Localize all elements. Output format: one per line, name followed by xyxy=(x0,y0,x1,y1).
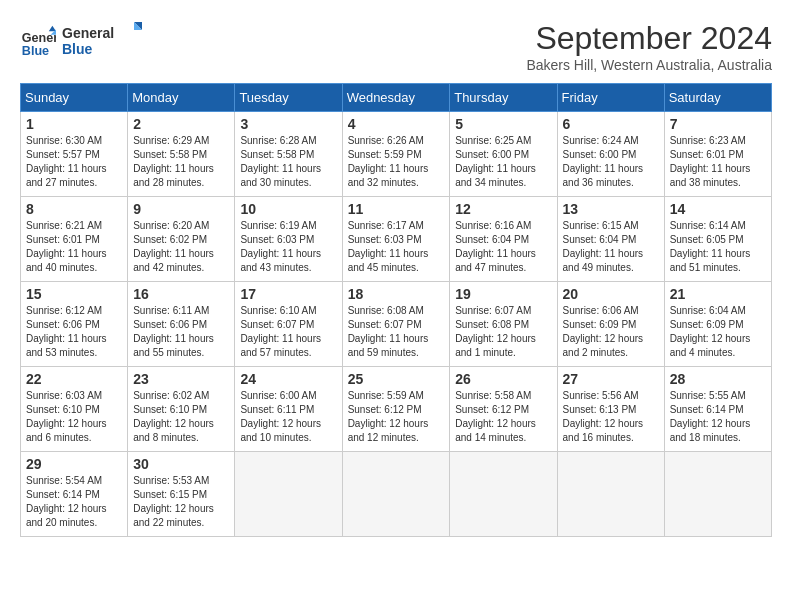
calendar-day-cell: 11Sunrise: 6:17 AMSunset: 6:03 PMDayligh… xyxy=(342,197,450,282)
calendar-day-cell: 7Sunrise: 6:23 AMSunset: 6:01 PMDaylight… xyxy=(664,112,771,197)
calendar-week-row: 22Sunrise: 6:03 AMSunset: 6:10 PMDayligh… xyxy=(21,367,772,452)
calendar-day-cell: 27Sunrise: 5:56 AMSunset: 6:13 PMDayligh… xyxy=(557,367,664,452)
calendar-week-row: 1Sunrise: 6:30 AMSunset: 5:57 PMDaylight… xyxy=(21,112,772,197)
day-number: 9 xyxy=(133,201,229,217)
calendar-day-cell: 13Sunrise: 6:15 AMSunset: 6:04 PMDayligh… xyxy=(557,197,664,282)
day-number: 30 xyxy=(133,456,229,472)
calendar-day-cell: 23Sunrise: 6:02 AMSunset: 6:10 PMDayligh… xyxy=(128,367,235,452)
day-info: Sunrise: 5:56 AMSunset: 6:13 PMDaylight:… xyxy=(563,389,659,445)
day-number: 10 xyxy=(240,201,336,217)
day-info: Sunrise: 5:55 AMSunset: 6:14 PMDaylight:… xyxy=(670,389,766,445)
day-number: 8 xyxy=(26,201,122,217)
calendar-day-cell: 26Sunrise: 5:58 AMSunset: 6:12 PMDayligh… xyxy=(450,367,557,452)
day-number: 3 xyxy=(240,116,336,132)
day-number: 27 xyxy=(563,371,659,387)
day-info: Sunrise: 6:03 AMSunset: 6:10 PMDaylight:… xyxy=(26,389,122,445)
day-number: 20 xyxy=(563,286,659,302)
day-number: 23 xyxy=(133,371,229,387)
calendar-header-row: SundayMondayTuesdayWednesdayThursdayFrid… xyxy=(21,84,772,112)
day-number: 17 xyxy=(240,286,336,302)
day-number: 19 xyxy=(455,286,551,302)
day-info: Sunrise: 5:54 AMSunset: 6:14 PMDaylight:… xyxy=(26,474,122,530)
calendar-week-row: 8Sunrise: 6:21 AMSunset: 6:01 PMDaylight… xyxy=(21,197,772,282)
day-info: Sunrise: 6:14 AMSunset: 6:05 PMDaylight:… xyxy=(670,219,766,275)
calendar-day-cell: 22Sunrise: 6:03 AMSunset: 6:10 PMDayligh… xyxy=(21,367,128,452)
calendar-day-cell: 3Sunrise: 6:28 AMSunset: 5:58 PMDaylight… xyxy=(235,112,342,197)
day-number: 6 xyxy=(563,116,659,132)
calendar-day-cell xyxy=(664,452,771,537)
calendar-day-cell: 24Sunrise: 6:00 AMSunset: 6:11 PMDayligh… xyxy=(235,367,342,452)
calendar-day-cell: 28Sunrise: 5:55 AMSunset: 6:14 PMDayligh… xyxy=(664,367,771,452)
calendar-day-cell: 30Sunrise: 5:53 AMSunset: 6:15 PMDayligh… xyxy=(128,452,235,537)
day-info: Sunrise: 6:23 AMSunset: 6:01 PMDaylight:… xyxy=(670,134,766,190)
calendar-day-cell: 10Sunrise: 6:19 AMSunset: 6:03 PMDayligh… xyxy=(235,197,342,282)
col-header-saturday: Saturday xyxy=(664,84,771,112)
day-number: 25 xyxy=(348,371,445,387)
calendar-day-cell: 18Sunrise: 6:08 AMSunset: 6:07 PMDayligh… xyxy=(342,282,450,367)
svg-text:Blue: Blue xyxy=(62,41,93,57)
calendar-day-cell xyxy=(342,452,450,537)
day-info: Sunrise: 6:00 AMSunset: 6:11 PMDaylight:… xyxy=(240,389,336,445)
day-info: Sunrise: 6:30 AMSunset: 5:57 PMDaylight:… xyxy=(26,134,122,190)
day-number: 15 xyxy=(26,286,122,302)
calendar-day-cell: 17Sunrise: 6:10 AMSunset: 6:07 PMDayligh… xyxy=(235,282,342,367)
calendar-day-cell xyxy=(450,452,557,537)
day-number: 16 xyxy=(133,286,229,302)
logo: General Blue General Blue xyxy=(20,20,142,64)
day-info: Sunrise: 6:15 AMSunset: 6:04 PMDaylight:… xyxy=(563,219,659,275)
calendar-day-cell: 21Sunrise: 6:04 AMSunset: 6:09 PMDayligh… xyxy=(664,282,771,367)
calendar-day-cell xyxy=(235,452,342,537)
day-info: Sunrise: 6:29 AMSunset: 5:58 PMDaylight:… xyxy=(133,134,229,190)
calendar-week-row: 29Sunrise: 5:54 AMSunset: 6:14 PMDayligh… xyxy=(21,452,772,537)
day-info: Sunrise: 6:12 AMSunset: 6:06 PMDaylight:… xyxy=(26,304,122,360)
col-header-monday: Monday xyxy=(128,84,235,112)
calendar-day-cell: 12Sunrise: 6:16 AMSunset: 6:04 PMDayligh… xyxy=(450,197,557,282)
day-number: 13 xyxy=(563,201,659,217)
day-info: Sunrise: 6:06 AMSunset: 6:09 PMDaylight:… xyxy=(563,304,659,360)
day-info: Sunrise: 6:16 AMSunset: 6:04 PMDaylight:… xyxy=(455,219,551,275)
day-number: 7 xyxy=(670,116,766,132)
col-header-tuesday: Tuesday xyxy=(235,84,342,112)
day-number: 29 xyxy=(26,456,122,472)
day-number: 26 xyxy=(455,371,551,387)
col-header-wednesday: Wednesday xyxy=(342,84,450,112)
day-info: Sunrise: 6:28 AMSunset: 5:58 PMDaylight:… xyxy=(240,134,336,190)
calendar-day-cell: 14Sunrise: 6:14 AMSunset: 6:05 PMDayligh… xyxy=(664,197,771,282)
day-info: Sunrise: 6:19 AMSunset: 6:03 PMDaylight:… xyxy=(240,219,336,275)
day-number: 2 xyxy=(133,116,229,132)
day-info: Sunrise: 6:20 AMSunset: 6:02 PMDaylight:… xyxy=(133,219,229,275)
calendar-day-cell: 15Sunrise: 6:12 AMSunset: 6:06 PMDayligh… xyxy=(21,282,128,367)
day-info: Sunrise: 6:26 AMSunset: 5:59 PMDaylight:… xyxy=(348,134,445,190)
day-info: Sunrise: 6:21 AMSunset: 6:01 PMDaylight:… xyxy=(26,219,122,275)
calendar-day-cell: 1Sunrise: 6:30 AMSunset: 5:57 PMDaylight… xyxy=(21,112,128,197)
day-number: 18 xyxy=(348,286,445,302)
day-info: Sunrise: 5:59 AMSunset: 6:12 PMDaylight:… xyxy=(348,389,445,445)
calendar-week-row: 15Sunrise: 6:12 AMSunset: 6:06 PMDayligh… xyxy=(21,282,772,367)
calendar-day-cell: 20Sunrise: 6:06 AMSunset: 6:09 PMDayligh… xyxy=(557,282,664,367)
month-title: September 2024 xyxy=(526,20,772,57)
col-header-sunday: Sunday xyxy=(21,84,128,112)
svg-marker-2 xyxy=(49,26,56,31)
day-number: 22 xyxy=(26,371,122,387)
day-number: 4 xyxy=(348,116,445,132)
day-number: 1 xyxy=(26,116,122,132)
day-info: Sunrise: 6:10 AMSunset: 6:07 PMDaylight:… xyxy=(240,304,336,360)
location-subtitle: Bakers Hill, Western Australia, Australi… xyxy=(526,57,772,73)
day-info: Sunrise: 6:02 AMSunset: 6:10 PMDaylight:… xyxy=(133,389,229,445)
calendar-table: SundayMondayTuesdayWednesdayThursdayFrid… xyxy=(20,83,772,537)
day-info: Sunrise: 5:53 AMSunset: 6:15 PMDaylight:… xyxy=(133,474,229,530)
day-info: Sunrise: 6:07 AMSunset: 6:08 PMDaylight:… xyxy=(455,304,551,360)
logo-icon: General Blue xyxy=(20,24,56,60)
day-number: 12 xyxy=(455,201,551,217)
page-header: General Blue General Blue September 2024… xyxy=(20,20,772,73)
calendar-day-cell: 6Sunrise: 6:24 AMSunset: 6:00 PMDaylight… xyxy=(557,112,664,197)
svg-text:Blue: Blue xyxy=(22,44,49,58)
calendar-day-cell: 9Sunrise: 6:20 AMSunset: 6:02 PMDaylight… xyxy=(128,197,235,282)
day-number: 21 xyxy=(670,286,766,302)
col-header-friday: Friday xyxy=(557,84,664,112)
day-info: Sunrise: 5:58 AMSunset: 6:12 PMDaylight:… xyxy=(455,389,551,445)
col-header-thursday: Thursday xyxy=(450,84,557,112)
svg-text:General: General xyxy=(62,25,114,41)
day-number: 24 xyxy=(240,371,336,387)
day-info: Sunrise: 6:08 AMSunset: 6:07 PMDaylight:… xyxy=(348,304,445,360)
